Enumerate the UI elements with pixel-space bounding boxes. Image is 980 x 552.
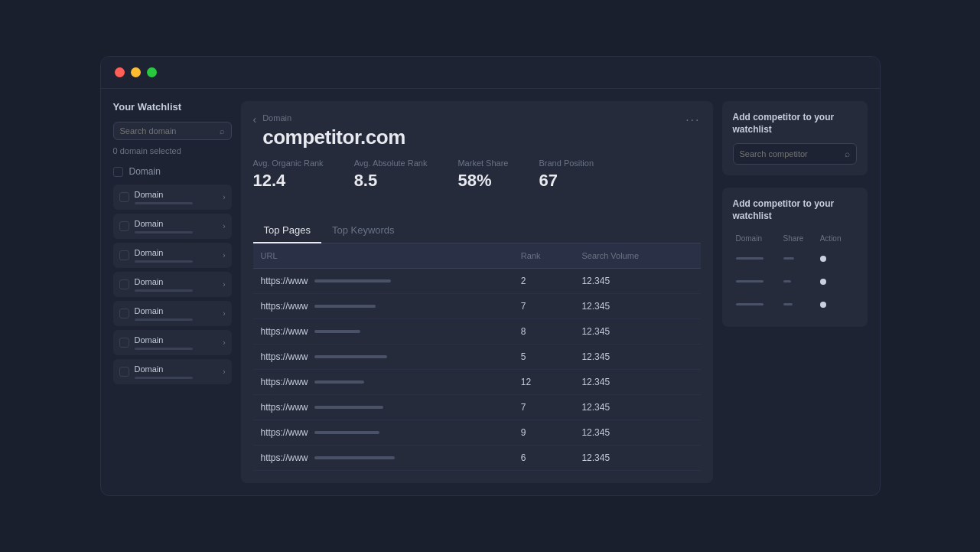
domain-item-info: Domain	[135, 277, 218, 292]
titlebar	[101, 57, 880, 89]
domain-header-row: Domain	[113, 163, 232, 180]
search-icon: ⌕	[220, 126, 225, 136]
sidebar-item[interactable]: Domain ›	[113, 301, 232, 326]
tab-top-keywords[interactable]: Top Keywords	[321, 218, 405, 243]
sidebar-item[interactable]: Domain ›	[113, 243, 232, 268]
domain-item-name: Domain	[135, 248, 218, 257]
add-competitor-bottom-card: Add competitor to your watchlist Domain …	[722, 188, 868, 327]
stat-absolute-rank: Avg. Absolute Rank 8.5	[354, 158, 428, 191]
sidebar-item[interactable]: Domain ›	[113, 272, 232, 297]
domain-item-bar	[135, 348, 193, 350]
table-cell-rank: 2	[513, 269, 575, 294]
domain-info: Domain competitor.com	[262, 113, 405, 149]
item-checkbox[interactable]	[119, 309, 129, 318]
url-bar	[314, 305, 376, 308]
sidebar-item[interactable]: Domain ›	[113, 330, 232, 355]
table-cell-url: https://www	[253, 395, 513, 420]
competitor-search-input[interactable]	[740, 149, 845, 158]
domain-header: ‹ Domain competitor.com ···	[253, 113, 701, 149]
competitor-header-row: Domain Share Action	[734, 231, 855, 246]
domain-column-header: Domain	[129, 166, 161, 177]
tab-top-pages[interactable]: Top Pages	[253, 218, 321, 243]
dot-yellow[interactable]	[131, 67, 141, 77]
url-bar	[314, 406, 383, 409]
item-checkbox[interactable]	[119, 338, 129, 348]
domain-small-label: Domain	[262, 113, 405, 122]
stat-market-share: Market Share 58%	[457, 158, 508, 191]
action-dot-icon[interactable]	[820, 279, 826, 285]
table-header-row: URL Rank Search Volume	[253, 243, 701, 269]
item-checkbox[interactable]	[119, 250, 129, 260]
table-row: https://www 7 12.345	[253, 395, 701, 420]
item-checkbox[interactable]	[119, 367, 129, 377]
more-options-icon[interactable]: ···	[685, 113, 700, 127]
stat-absolute-rank-label: Avg. Absolute Rank	[354, 158, 428, 168]
dot-red[interactable]	[115, 67, 125, 77]
dot-green[interactable]	[147, 67, 157, 77]
comp-domain-bar	[736, 303, 763, 305]
table-cell-volume: 12.345	[574, 345, 700, 370]
domain-item-name: Domain	[135, 364, 218, 374]
domain-item-info: Domain	[135, 364, 218, 379]
domain-item-info: Domain	[135, 219, 218, 234]
url-bar	[314, 330, 360, 333]
comp-share-bar	[783, 303, 793, 305]
action-dot-icon[interactable]	[820, 256, 826, 262]
table-cell-url: https://www	[253, 294, 513, 319]
domain-item-bar	[135, 202, 193, 204]
stat-brand-position: Brand Position 67	[539, 158, 594, 191]
action-dot-icon[interactable]	[820, 302, 826, 308]
comp-domain-bar	[736, 280, 763, 283]
item-checkbox[interactable]	[119, 192, 129, 202]
comp-col-action: Action	[819, 231, 855, 246]
competitor-search-box[interactable]: ⌕	[733, 143, 857, 165]
competitor-table-row	[734, 247, 855, 269]
table-cell-volume: 12.345	[574, 269, 700, 294]
item-checkbox[interactable]	[119, 279, 129, 289]
table-cell-volume: 12.345	[574, 395, 700, 420]
comp-cell-share	[782, 293, 817, 315]
stat-organic-rank-value: 12.4	[253, 171, 324, 191]
table-cell-url: https://www	[253, 269, 513, 294]
comp-cell-domain	[734, 270, 780, 292]
col-header-url: URL	[253, 243, 513, 269]
table-cell-volume: 12.345	[574, 420, 700, 446]
right-panel: Add competitor to your watchlist ⌕ Add c…	[722, 101, 868, 483]
sidebar-item[interactable]: Domain ›	[113, 185, 232, 210]
item-checkbox[interactable]	[119, 221, 129, 231]
comp-cell-action	[819, 247, 855, 269]
table-cell-rank: 12	[513, 370, 575, 395]
url-bar	[314, 279, 391, 283]
table-cell-volume: 12.345	[574, 319, 700, 345]
comp-cell-share	[782, 247, 817, 269]
back-arrow-icon[interactable]: ‹	[253, 113, 257, 126]
chevron-right-icon: ›	[223, 338, 225, 347]
comp-cell-share	[782, 270, 817, 292]
comp-cell-domain	[734, 247, 780, 269]
domain-item-name: Domain	[135, 306, 218, 315]
domain-item-bar	[135, 377, 193, 379]
domain-search-input[interactable]	[120, 126, 218, 136]
comp-share-bar	[783, 257, 794, 260]
table-row: https://www 6 12.345	[253, 446, 701, 471]
stat-organic-rank-label: Avg. Organic Rank	[253, 158, 324, 168]
comp-domain-bar	[736, 257, 763, 260]
domain-item-bar	[135, 318, 193, 321]
table-cell-volume: 12.345	[574, 294, 700, 319]
tabs-bar: Top Pages Top Keywords	[253, 218, 701, 243]
stats-row: Avg. Organic Rank 12.4 Avg. Absolute Ran…	[253, 158, 701, 203]
sidebar-item[interactable]: Domain ›	[113, 214, 232, 239]
table-cell-rank: 7	[513, 294, 575, 319]
chevron-right-icon: ›	[223, 251, 225, 260]
url-bar	[314, 431, 379, 434]
url-text: https://www	[261, 427, 308, 438]
stat-brand-position-label: Brand Position	[539, 158, 594, 168]
comp-cell-action	[819, 293, 855, 315]
table-cell-rank: 7	[513, 395, 575, 420]
select-all-checkbox[interactable]	[113, 167, 123, 177]
content-area: Your Watchlist ⌕ 0 domain selected Domai…	[101, 89, 880, 495]
domain-search-box[interactable]: ⌕	[113, 122, 232, 140]
sidebar-item[interactable]: Domain ›	[113, 359, 232, 384]
domain-item-info: Domain	[135, 190, 218, 204]
url-text: https://www	[261, 452, 308, 463]
